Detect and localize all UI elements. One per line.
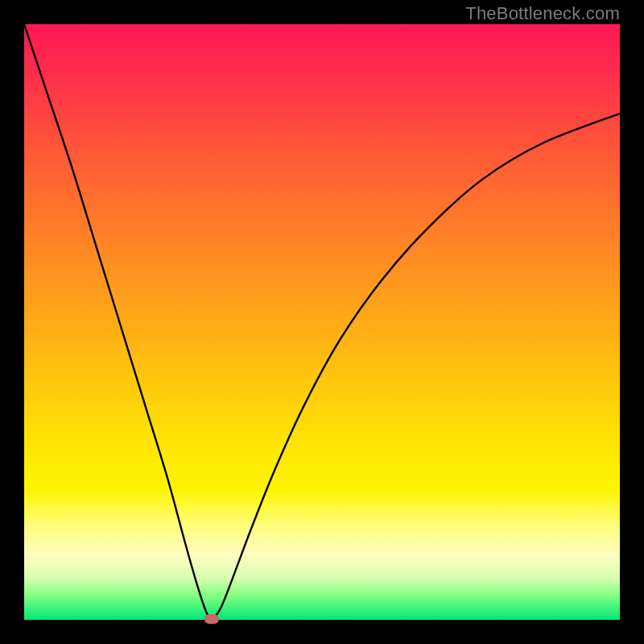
curve-svg [24,24,620,620]
watermark-text: TheBottleneck.com [465,3,620,24]
plot-area [24,24,620,620]
bottleneck-curve [24,24,620,619]
chart-frame: TheBottleneck.com [0,0,644,644]
optimal-point-marker [204,614,219,624]
